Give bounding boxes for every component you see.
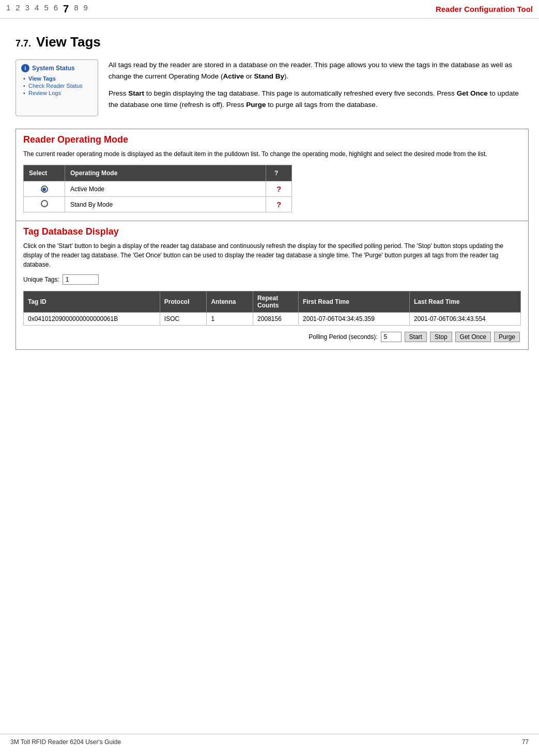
rom-select-standby[interactable] xyxy=(24,197,65,212)
rom-col-select: Select xyxy=(24,165,65,181)
tag-col-repeat: RepeatCounts xyxy=(253,291,299,313)
tag-database-display-section: Tag Database Display Click on the 'Start… xyxy=(16,221,528,349)
tag-antenna-cell: 1 xyxy=(207,313,253,326)
table-row: Active Mode ? xyxy=(24,181,292,197)
status-item-view-tags[interactable]: View Tags xyxy=(23,75,93,82)
table-row: Stand By Mode ? xyxy=(24,197,292,212)
radio-standby-mode[interactable] xyxy=(41,200,48,207)
intro-paragraph-1: All tags read by the reader are stored i… xyxy=(109,59,529,82)
nav-7-active[interactable]: 7 xyxy=(63,3,69,15)
get-once-button[interactable]: Get Once xyxy=(455,332,491,342)
rom-mode-standby: Stand By Mode xyxy=(65,197,266,212)
info-icon: i xyxy=(21,64,29,72)
nav-1[interactable]: 1 xyxy=(6,3,10,15)
status-item-check-reader[interactable]: Check Reader Status xyxy=(23,83,93,89)
reader-operating-mode-section: Reader Operating Mode The current reader… xyxy=(16,129,528,221)
polling-label: Polling Period (seconds): xyxy=(309,333,377,341)
footer: 3M Toll RFID Reader 6204 User's Guide 77 xyxy=(0,734,539,746)
help-question-standby[interactable]: ? xyxy=(276,200,281,209)
section-heading: 7.7. View Tags xyxy=(16,34,529,50)
rom-help-button[interactable]: ? xyxy=(271,168,281,178)
polling-row: Polling Period (seconds): Start Stop Get… xyxy=(23,330,521,344)
page-content: 7.7. View Tags i System Status View Tags… xyxy=(0,19,539,376)
rom-description: The current reader operating mode is dis… xyxy=(23,149,521,159)
tag-col-protocol: Protocol xyxy=(160,291,207,313)
unique-tags-input[interactable] xyxy=(63,274,99,285)
tag-col-antenna: Antenna xyxy=(207,291,253,313)
tag-id-cell: 0x04101209000000000000061B xyxy=(24,313,160,326)
footer-right: 77 xyxy=(522,738,529,746)
tag-repeat-cell: 2008156 xyxy=(253,313,299,326)
unique-tags-row: Unique Tags: xyxy=(23,274,521,285)
system-status-title: i System Status xyxy=(21,64,93,72)
section-number: 7.7. xyxy=(16,38,31,49)
system-status-box: i System Status View Tags Check Reader S… xyxy=(16,59,98,116)
radio-active-mode[interactable] xyxy=(41,186,48,193)
nav-4[interactable]: 4 xyxy=(35,3,39,15)
tdd-description: Click on the 'Start' button to begin a d… xyxy=(23,241,521,269)
tag-last-read-cell: 2001-07-06T06:34:43.554 xyxy=(409,313,520,326)
tag-first-read-cell: 2001-07-06T04:34:45.359 xyxy=(299,313,410,326)
radio-active-inner xyxy=(42,188,46,191)
tag-col-first-read: First Read Time xyxy=(299,291,410,313)
rom-col-mode: Operating Mode xyxy=(65,165,266,181)
intro-paragraph-2: Press Start to begin displaying the tag … xyxy=(109,88,529,110)
page-nav[interactable]: 1 2 3 4 5 6 7 8 9 xyxy=(6,3,88,15)
status-item-review-logs[interactable]: Review Logs xyxy=(23,90,93,96)
rom-col-help: ? xyxy=(266,165,292,181)
rom-select-active[interactable] xyxy=(24,181,65,197)
intro-area: i System Status View Tags Check Reader S… xyxy=(16,59,529,116)
start-button[interactable]: Start xyxy=(405,332,427,342)
footer-left: 3M Toll RFID Reader 6204 User's Guide xyxy=(10,738,121,746)
system-status-list: View Tags Check Reader Status Review Log… xyxy=(21,75,93,96)
rom-help-active: ? xyxy=(266,181,292,197)
main-section: Reader Operating Mode The current reader… xyxy=(16,129,529,350)
nav-8[interactable]: 8 xyxy=(74,3,78,15)
table-row: 0x04101209000000000000061B ISOC 1 200815… xyxy=(24,313,521,326)
nav-3[interactable]: 3 xyxy=(25,3,29,15)
nav-5[interactable]: 5 xyxy=(44,3,48,15)
tag-col-last-read: Last Read Time xyxy=(409,291,520,313)
rom-help-standby: ? xyxy=(266,197,292,212)
help-question-active[interactable]: ? xyxy=(276,184,281,193)
rom-mode-active: Active Mode xyxy=(65,181,266,197)
section-title: View Tags xyxy=(36,34,101,50)
purge-button[interactable]: Purge xyxy=(494,332,520,342)
tag-database-table: Tag ID Protocol Antenna RepeatCounts Fir… xyxy=(23,291,521,326)
rom-title: Reader Operating Mode xyxy=(23,134,521,145)
tag-protocol-cell: ISOC xyxy=(160,313,207,326)
nav-2[interactable]: 2 xyxy=(16,3,20,15)
tag-col-id: Tag ID xyxy=(24,291,160,313)
stop-button[interactable]: Stop xyxy=(430,332,452,342)
app-title: Reader Configuration Tool xyxy=(436,5,533,13)
polling-input[interactable] xyxy=(381,332,402,342)
header: 1 2 3 4 5 6 7 8 9 Reader Configuration T… xyxy=(0,0,539,19)
tdd-title: Tag Database Display xyxy=(23,226,521,237)
nav-9[interactable]: 9 xyxy=(84,3,88,15)
nav-6[interactable]: 6 xyxy=(54,3,58,15)
operating-mode-table: Select Operating Mode ? xyxy=(23,165,292,212)
intro-text: All tags read by the reader are stored i… xyxy=(109,59,529,116)
unique-tags-label: Unique Tags: xyxy=(23,276,59,283)
